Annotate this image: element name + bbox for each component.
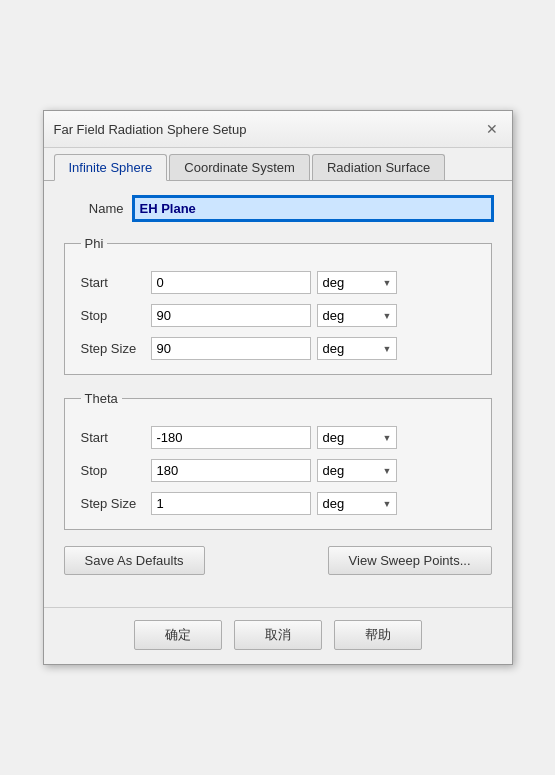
theta-stop-input[interactable] xyxy=(151,459,311,482)
phi-step-unit-wrapper: deg rad xyxy=(317,337,397,360)
theta-step-input[interactable] xyxy=(151,492,311,515)
name-label: Name xyxy=(64,201,124,216)
theta-step-label: Step Size xyxy=(81,496,151,511)
phi-step-label: Step Size xyxy=(81,341,151,356)
phi-section: Phi Start deg rad Stop deg rad xyxy=(64,236,492,375)
name-input[interactable] xyxy=(134,197,492,220)
action-buttons-row: Save As Defaults View Sweep Points... xyxy=(64,546,492,575)
tab-bar: Infinite Sphere Coordinate System Radiat… xyxy=(44,148,512,181)
phi-stop-input[interactable] xyxy=(151,304,311,327)
content-area: Name Phi Start deg rad Stop xyxy=(44,181,512,607)
tab-coordinate-system[interactable]: Coordinate System xyxy=(169,154,310,180)
phi-step-unit-select[interactable]: deg rad xyxy=(317,337,397,360)
theta-step-row: Step Size deg rad xyxy=(81,492,475,515)
dialog: Far Field Radiation Sphere Setup ✕ Infin… xyxy=(43,110,513,665)
phi-stop-label: Stop xyxy=(81,308,151,323)
phi-stop-unit-wrapper: deg rad xyxy=(317,304,397,327)
title-bar: Far Field Radiation Sphere Setup ✕ xyxy=(44,111,512,148)
theta-start-label: Start xyxy=(81,430,151,445)
phi-step-row: Step Size deg rad xyxy=(81,337,475,360)
dialog-title: Far Field Radiation Sphere Setup xyxy=(54,122,247,137)
phi-start-unit-select[interactable]: deg rad xyxy=(317,271,397,294)
theta-stop-row: Stop deg rad xyxy=(81,459,475,482)
close-button[interactable]: ✕ xyxy=(482,119,502,139)
phi-start-input[interactable] xyxy=(151,271,311,294)
phi-stop-unit-select[interactable]: deg rad xyxy=(317,304,397,327)
phi-start-unit-wrapper: deg rad xyxy=(317,271,397,294)
help-button[interactable]: 帮助 xyxy=(334,620,422,650)
theta-start-row: Start deg rad xyxy=(81,426,475,449)
theta-start-input[interactable] xyxy=(151,426,311,449)
theta-step-unit-wrapper: deg rad xyxy=(317,492,397,515)
save-defaults-button[interactable]: Save As Defaults xyxy=(64,546,205,575)
theta-start-unit-wrapper: deg rad xyxy=(317,426,397,449)
phi-legend: Phi xyxy=(81,236,108,251)
theta-step-unit-select[interactable]: deg rad xyxy=(317,492,397,515)
theta-stop-label: Stop xyxy=(81,463,151,478)
theta-start-unit-select[interactable]: deg rad xyxy=(317,426,397,449)
view-sweep-button[interactable]: View Sweep Points... xyxy=(328,546,492,575)
phi-start-row: Start deg rad xyxy=(81,271,475,294)
footer: 确定 取消 帮助 xyxy=(44,607,512,664)
theta-section: Theta Start deg rad Stop deg rad xyxy=(64,391,492,530)
theta-stop-unit-wrapper: deg rad xyxy=(317,459,397,482)
phi-start-label: Start xyxy=(81,275,151,290)
theta-stop-unit-select[interactable]: deg rad xyxy=(317,459,397,482)
theta-legend: Theta xyxy=(81,391,122,406)
phi-step-input[interactable] xyxy=(151,337,311,360)
tab-radiation-surface[interactable]: Radiation Surface xyxy=(312,154,445,180)
ok-button[interactable]: 确定 xyxy=(134,620,222,650)
cancel-button[interactable]: 取消 xyxy=(234,620,322,650)
phi-stop-row: Stop deg rad xyxy=(81,304,475,327)
tab-infinite-sphere[interactable]: Infinite Sphere xyxy=(54,154,168,181)
name-row: Name xyxy=(64,197,492,220)
